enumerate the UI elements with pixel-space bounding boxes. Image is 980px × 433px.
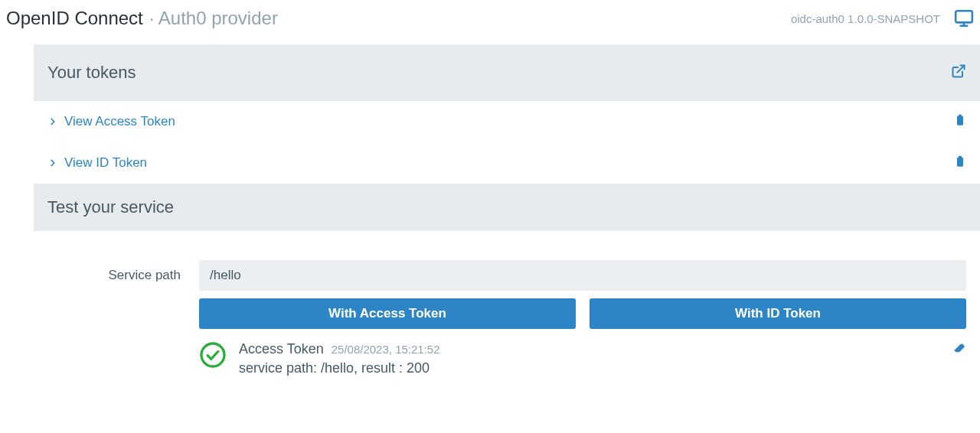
svg-line-3 xyxy=(957,66,964,73)
result-detail: service path: /hello, result : 200 xyxy=(239,360,940,376)
service-path-label: Service path xyxy=(47,268,181,283)
svg-rect-4 xyxy=(957,116,963,125)
page-title: OpenID Connect xyxy=(6,8,143,29)
id-token-row: View ID Token xyxy=(34,142,980,184)
view-id-token-link[interactable]: View ID Token xyxy=(47,155,147,171)
service-path-input[interactable] xyxy=(199,260,966,291)
clipboard-icon[interactable] xyxy=(954,155,966,171)
svg-rect-6 xyxy=(957,158,963,167)
access-token-row: View Access Token xyxy=(34,101,980,142)
result-line1: Access Token 25/08/2023, 15:21:52 xyxy=(239,341,940,357)
subtitle-text: Auth0 provider xyxy=(158,8,278,28)
eraser-icon[interactable] xyxy=(952,341,966,358)
chevron-right-icon xyxy=(47,158,58,168)
result-row: Access Token 25/08/2023, 15:21:52 servic… xyxy=(34,329,980,376)
view-access-token-link[interactable]: View Access Token xyxy=(47,114,175,129)
tokens-section-title: Your tokens xyxy=(47,63,136,83)
access-token-link-label: View Access Token xyxy=(64,114,175,129)
test-section-title: Test your service xyxy=(47,197,174,217)
subtitle-prefix: · xyxy=(149,8,158,28)
tokens-section-header: Your tokens xyxy=(34,44,980,101)
svg-rect-0 xyxy=(956,11,972,22)
svg-point-8 xyxy=(201,343,224,366)
clipboard-icon[interactable] xyxy=(954,113,966,130)
chevron-right-icon xyxy=(47,116,58,127)
app-version: oidc-auth0 1.0.0-SNAPSHOT xyxy=(791,12,940,25)
service-path-row: Service path xyxy=(34,231,980,291)
result-body: Access Token 25/08/2023, 15:21:52 servic… xyxy=(239,341,940,376)
main-panel: Your tokens View Access Token xyxy=(34,44,980,376)
id-token-link-label: View ID Token xyxy=(64,155,147,171)
svg-rect-5 xyxy=(959,115,962,117)
success-check-icon xyxy=(199,341,227,372)
page-subtitle: · Auth0 provider xyxy=(149,8,278,29)
header-left: OpenID Connect · Auth0 provider xyxy=(6,8,278,29)
header-right: oidc-auth0 1.0.0-SNAPSHOT xyxy=(791,8,974,28)
page-header: OpenID Connect · Auth0 provider oidc-aut… xyxy=(0,0,980,44)
test-buttons-row: With Access Token With ID Token xyxy=(34,291,980,329)
with-access-token-button[interactable]: With Access Token xyxy=(199,298,576,329)
external-link-icon[interactable] xyxy=(951,63,966,82)
svg-rect-7 xyxy=(959,156,962,158)
result-token-type: Access Token xyxy=(239,341,324,357)
result-timestamp: 25/08/2023, 15:21:52 xyxy=(332,343,440,356)
monitor-icon[interactable] xyxy=(954,8,974,28)
test-section-header: Test your service xyxy=(34,184,980,231)
with-id-token-button[interactable]: With ID Token xyxy=(590,298,966,329)
